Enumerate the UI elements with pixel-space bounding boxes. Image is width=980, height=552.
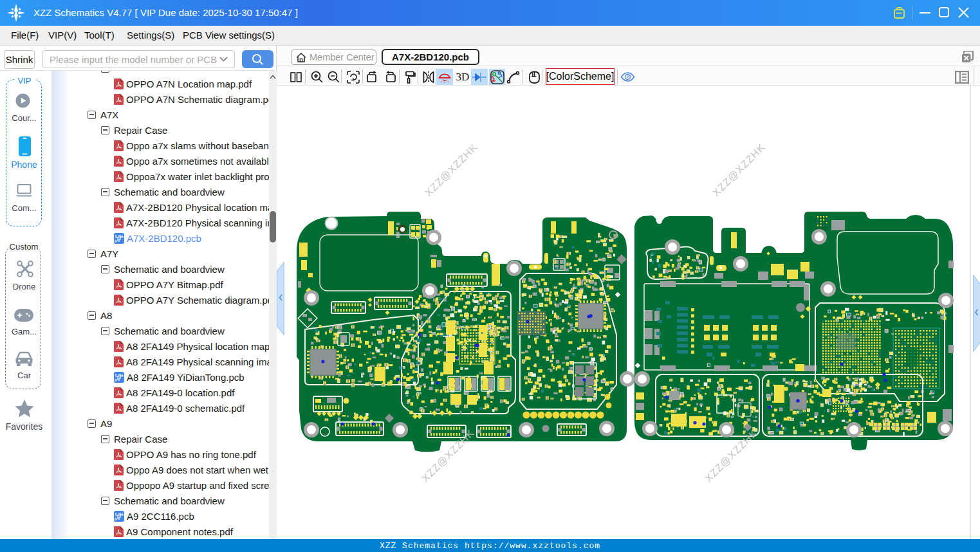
svg-text:XZZ@XZZHK: XZZ@XZZHK [423,142,479,198]
svg-text:XZZ@XZZHK: XZZ@XZZHK [710,142,767,198]
